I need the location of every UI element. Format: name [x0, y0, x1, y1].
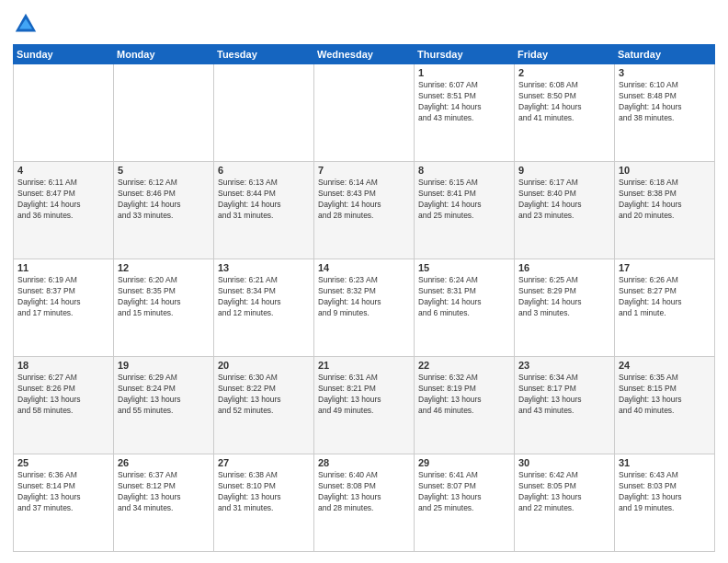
day-info: Sunrise: 6:13 AM Sunset: 8:44 PM Dayligh…	[218, 178, 310, 222]
day-number: 2	[518, 67, 610, 78]
day-info: Sunrise: 6:14 AM Sunset: 8:43 PM Dayligh…	[318, 178, 410, 222]
day-number: 5	[118, 165, 210, 176]
day-info: Sunrise: 6:26 AM Sunset: 8:27 PM Dayligh…	[619, 275, 711, 319]
day-of-week-row: SundayMondayTuesdayWednesdayThursdayFrid…	[14, 45, 715, 64]
day-number: 11	[17, 262, 109, 273]
day-info: Sunrise: 6:32 AM Sunset: 8:19 PM Dayligh…	[418, 373, 510, 417]
dow-header-sunday: Sunday	[14, 45, 114, 64]
day-info: Sunrise: 6:42 AM Sunset: 8:05 PM Dayligh…	[518, 470, 610, 514]
calendar-week-1: 1Sunrise: 6:07 AM Sunset: 8:51 PM Daylig…	[14, 64, 715, 162]
day-number: 31	[619, 457, 711, 468]
day-number: 16	[518, 262, 610, 273]
header	[13, 11, 715, 37]
day-info: Sunrise: 6:11 AM Sunset: 8:47 PM Dayligh…	[17, 178, 109, 222]
day-number: 21	[318, 360, 410, 371]
calendar-cell: 2Sunrise: 6:08 AM Sunset: 8:50 PM Daylig…	[515, 64, 615, 162]
day-number: 27	[218, 457, 310, 468]
calendar-cell: 16Sunrise: 6:25 AM Sunset: 8:29 PM Dayli…	[515, 259, 615, 357]
calendar-cell: 5Sunrise: 6:12 AM Sunset: 8:46 PM Daylig…	[114, 162, 214, 259]
day-info: Sunrise: 6:34 AM Sunset: 8:17 PM Dayligh…	[518, 373, 610, 417]
day-number: 23	[518, 360, 610, 371]
calendar-week-4: 18Sunrise: 6:27 AM Sunset: 8:26 PM Dayli…	[14, 357, 715, 454]
calendar-cell: 31Sunrise: 6:43 AM Sunset: 8:03 PM Dayli…	[615, 454, 715, 552]
day-number: 26	[118, 457, 210, 468]
calendar-cell: 7Sunrise: 6:14 AM Sunset: 8:43 PM Daylig…	[314, 162, 415, 259]
day-number: 22	[418, 360, 510, 371]
day-info: Sunrise: 6:38 AM Sunset: 8:10 PM Dayligh…	[218, 470, 310, 514]
day-number: 25	[17, 457, 109, 468]
day-info: Sunrise: 6:17 AM Sunset: 8:40 PM Dayligh…	[518, 178, 610, 222]
day-info: Sunrise: 6:37 AM Sunset: 8:12 PM Dayligh…	[118, 470, 210, 514]
calendar-cell	[14, 64, 114, 162]
page: SundayMondayTuesdayWednesdayThursdayFrid…	[0, 0, 728, 563]
day-info: Sunrise: 6:18 AM Sunset: 8:38 PM Dayligh…	[619, 178, 711, 222]
day-info: Sunrise: 6:36 AM Sunset: 8:14 PM Dayligh…	[17, 470, 109, 514]
calendar-table: SundayMondayTuesdayWednesdayThursdayFrid…	[13, 44, 715, 552]
day-info: Sunrise: 6:07 AM Sunset: 8:51 PM Dayligh…	[418, 80, 510, 124]
calendar-cell: 27Sunrise: 6:38 AM Sunset: 8:10 PM Dayli…	[214, 454, 314, 552]
calendar-cell: 3Sunrise: 6:10 AM Sunset: 8:48 PM Daylig…	[615, 64, 715, 162]
day-number: 9	[518, 165, 610, 176]
calendar-cell: 1Sunrise: 6:07 AM Sunset: 8:51 PM Daylig…	[415, 64, 515, 162]
day-number: 29	[418, 457, 510, 468]
calendar-cell: 22Sunrise: 6:32 AM Sunset: 8:19 PM Dayli…	[415, 357, 515, 454]
calendar-cell	[214, 64, 314, 162]
logo-icon	[13, 11, 39, 37]
day-number: 24	[619, 360, 711, 371]
calendar-cell: 23Sunrise: 6:34 AM Sunset: 8:17 PM Dayli…	[515, 357, 615, 454]
calendar-week-2: 4Sunrise: 6:11 AM Sunset: 8:47 PM Daylig…	[14, 162, 715, 259]
calendar-cell: 4Sunrise: 6:11 AM Sunset: 8:47 PM Daylig…	[14, 162, 114, 259]
calendar-cell: 12Sunrise: 6:20 AM Sunset: 8:35 PM Dayli…	[114, 259, 214, 357]
day-info: Sunrise: 6:23 AM Sunset: 8:32 PM Dayligh…	[318, 275, 410, 319]
day-info: Sunrise: 6:10 AM Sunset: 8:48 PM Dayligh…	[619, 80, 711, 124]
day-info: Sunrise: 6:15 AM Sunset: 8:41 PM Dayligh…	[418, 178, 510, 222]
dow-header-saturday: Saturday	[615, 45, 715, 64]
day-info: Sunrise: 6:21 AM Sunset: 8:34 PM Dayligh…	[218, 275, 310, 319]
day-number: 13	[218, 262, 310, 273]
calendar-cell: 30Sunrise: 6:42 AM Sunset: 8:05 PM Dayli…	[515, 454, 615, 552]
calendar-cell: 6Sunrise: 6:13 AM Sunset: 8:44 PM Daylig…	[214, 162, 314, 259]
dow-header-friday: Friday	[515, 45, 615, 64]
calendar-cell: 19Sunrise: 6:29 AM Sunset: 8:24 PM Dayli…	[114, 357, 214, 454]
calendar-cell: 20Sunrise: 6:30 AM Sunset: 8:22 PM Dayli…	[214, 357, 314, 454]
calendar-cell: 25Sunrise: 6:36 AM Sunset: 8:14 PM Dayli…	[14, 454, 114, 552]
day-number: 18	[17, 360, 109, 371]
calendar-cell: 11Sunrise: 6:19 AM Sunset: 8:37 PM Dayli…	[14, 259, 114, 357]
day-number: 1	[418, 67, 510, 78]
calendar-cell: 9Sunrise: 6:17 AM Sunset: 8:40 PM Daylig…	[515, 162, 615, 259]
day-info: Sunrise: 6:27 AM Sunset: 8:26 PM Dayligh…	[17, 373, 109, 417]
day-info: Sunrise: 6:43 AM Sunset: 8:03 PM Dayligh…	[619, 470, 711, 514]
calendar-cell: 10Sunrise: 6:18 AM Sunset: 8:38 PM Dayli…	[615, 162, 715, 259]
calendar-body: 1Sunrise: 6:07 AM Sunset: 8:51 PM Daylig…	[14, 64, 715, 552]
calendar-cell: 17Sunrise: 6:26 AM Sunset: 8:27 PM Dayli…	[615, 259, 715, 357]
calendar-week-3: 11Sunrise: 6:19 AM Sunset: 8:37 PM Dayli…	[14, 259, 715, 357]
calendar-week-5: 25Sunrise: 6:36 AM Sunset: 8:14 PM Dayli…	[14, 454, 715, 552]
calendar-cell: 15Sunrise: 6:24 AM Sunset: 8:31 PM Dayli…	[415, 259, 515, 357]
day-number: 12	[118, 262, 210, 273]
dow-header-monday: Monday	[114, 45, 214, 64]
calendar-cell: 8Sunrise: 6:15 AM Sunset: 8:41 PM Daylig…	[415, 162, 515, 259]
day-number: 4	[17, 165, 109, 176]
day-info: Sunrise: 6:40 AM Sunset: 8:08 PM Dayligh…	[318, 470, 410, 514]
calendar-cell: 26Sunrise: 6:37 AM Sunset: 8:12 PM Dayli…	[114, 454, 214, 552]
calendar-cell: 24Sunrise: 6:35 AM Sunset: 8:15 PM Dayli…	[615, 357, 715, 454]
day-info: Sunrise: 6:30 AM Sunset: 8:22 PM Dayligh…	[218, 373, 310, 417]
logo	[13, 11, 42, 37]
dow-header-tuesday: Tuesday	[214, 45, 314, 64]
day-number: 20	[218, 360, 310, 371]
day-info: Sunrise: 6:31 AM Sunset: 8:21 PM Dayligh…	[318, 373, 410, 417]
dow-header-wednesday: Wednesday	[314, 45, 415, 64]
day-info: Sunrise: 6:35 AM Sunset: 8:15 PM Dayligh…	[619, 373, 711, 417]
calendar-cell	[114, 64, 214, 162]
day-number: 8	[418, 165, 510, 176]
day-number: 15	[418, 262, 510, 273]
calendar-cell: 13Sunrise: 6:21 AM Sunset: 8:34 PM Dayli…	[214, 259, 314, 357]
day-info: Sunrise: 6:20 AM Sunset: 8:35 PM Dayligh…	[118, 275, 210, 319]
day-number: 19	[118, 360, 210, 371]
day-number: 7	[318, 165, 410, 176]
day-number: 17	[619, 262, 711, 273]
day-number: 6	[218, 165, 310, 176]
day-info: Sunrise: 6:19 AM Sunset: 8:37 PM Dayligh…	[17, 275, 109, 319]
calendar-cell: 21Sunrise: 6:31 AM Sunset: 8:21 PM Dayli…	[314, 357, 415, 454]
day-number: 10	[619, 165, 711, 176]
